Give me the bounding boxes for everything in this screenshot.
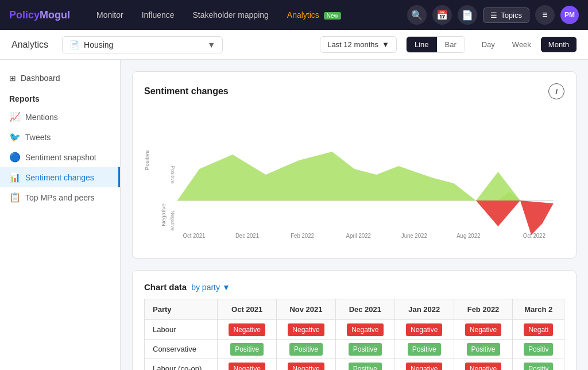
- nav-influence[interactable]: Influence: [134, 7, 183, 23]
- table-header-row: Party Oct 2021 Nov 2021 Dec 2021 Jan 202…: [145, 299, 564, 320]
- sentiment-badge: Negative: [465, 363, 501, 370]
- cell: Positive: [218, 340, 277, 359]
- time-month[interactable]: Month: [541, 37, 577, 52]
- info-icon[interactable]: i: [548, 83, 564, 99]
- chart-type-bar[interactable]: Bar: [437, 37, 465, 52]
- chart-data-header: Chart data by party ▼: [144, 282, 564, 292]
- chart-title: Sentiment changes: [144, 86, 229, 97]
- logo: PolicyMogul: [9, 9, 70, 21]
- topic-selector-icon: 📄: [69, 40, 79, 49]
- cell: Negative: [218, 320, 277, 340]
- nav-stakeholder[interactable]: Stakeholder mapping: [185, 7, 277, 23]
- table-body: Labour Negative Negative Negative Negati…: [145, 320, 564, 371]
- date-range-label: Last 12 months: [327, 40, 378, 49]
- sidebar-item-tweets[interactable]: 🐦 Tweets: [0, 127, 120, 147]
- time-week[interactable]: Week: [505, 37, 539, 52]
- sentiment-badge: Negative: [229, 363, 265, 370]
- sentiment-badge: Positive: [349, 343, 382, 356]
- x-label-feb2022: Feb 2022: [291, 233, 314, 239]
- changes-icon: 📊: [9, 172, 21, 183]
- y-axis-negative-label: Negative: [170, 210, 176, 231]
- sentiment-badge: Positive: [408, 343, 441, 356]
- analytics-badge: New: [324, 12, 341, 20]
- table-row: Labour Negative Negative Negative Negati…: [145, 320, 564, 340]
- x-label-oct2021: Oct 2021: [183, 233, 205, 239]
- by-party-arrow: ▼: [222, 283, 230, 292]
- menu-icon[interactable]: ≡: [535, 5, 555, 25]
- sidebar-item-mentions[interactable]: 📈 Mentions: [0, 107, 120, 127]
- by-party-label: by party: [191, 283, 220, 292]
- mentions-icon: 📈: [9, 111, 21, 122]
- cell: Negative: [335, 320, 394, 340]
- sentiment-badge: Negative: [406, 363, 442, 370]
- table-row: Conservative Positive Positive Positive …: [145, 340, 564, 359]
- chart-type-group: Line Bar: [406, 36, 465, 53]
- sentiment-badge: Negative: [347, 323, 383, 336]
- col-feb2022: Feb 2022: [454, 299, 513, 320]
- x-label-jun2022: June 2022: [401, 233, 427, 239]
- mentions-label: Mentions: [25, 113, 58, 122]
- topic-selector[interactable]: 📄 Housing ▼: [62, 36, 223, 53]
- table-head: Party Oct 2021 Nov 2021 Dec 2021 Jan 202…: [145, 299, 564, 320]
- topics-label: Topics: [501, 11, 522, 20]
- cell: Positiv: [513, 359, 564, 371]
- tweets-icon: 🐦: [9, 132, 21, 142]
- document-icon[interactable]: 📄: [458, 5, 477, 25]
- y-axis-positive-label: Positive: [170, 165, 176, 184]
- negative-area-1: [476, 201, 520, 226]
- sentiment-badge: Negative: [406, 323, 442, 336]
- time-day[interactable]: Day: [474, 37, 502, 52]
- calendar-icon[interactable]: 📅: [432, 5, 452, 25]
- cell: Negative: [454, 359, 513, 371]
- by-party-button[interactable]: by party ▼: [191, 283, 230, 292]
- sidebar-item-sentiment-snapshot[interactable]: 🔵 Sentiment snapshot: [0, 147, 120, 167]
- nav-analytics[interactable]: Analytics New: [279, 7, 349, 23]
- col-jan2022: Jan 2022: [394, 299, 454, 320]
- nav-links: Monitor Influence Stakeholder mapping An…: [88, 7, 403, 23]
- chart-card-header: Sentiment changes i: [144, 83, 564, 99]
- dashboard-label: Dashboard: [21, 74, 60, 83]
- grid-icon: ⊞: [9, 74, 16, 83]
- topic-selector-text: Housing: [84, 40, 203, 49]
- chart-type-line[interactable]: Line: [407, 37, 437, 52]
- sidebar-reports-title: Reports: [0, 87, 120, 107]
- sentiment-badge: Negative: [288, 323, 324, 336]
- table-row: Labour (co-op) Negative Negative Positiv…: [145, 359, 564, 371]
- cell: Negative: [277, 320, 336, 340]
- content-area: Sentiment changes i Positive Negative: [121, 60, 588, 370]
- topics-button[interactable]: ☰ Topics: [483, 7, 529, 23]
- sidebar-item-dashboard[interactable]: ⊞ Dashboard: [0, 69, 120, 87]
- sentiment-badge: Positiv: [524, 343, 553, 356]
- data-table: Party Oct 2021 Nov 2021 Dec 2021 Jan 202…: [144, 299, 564, 370]
- sub-header-title: Analytics: [11, 40, 48, 50]
- sentiment-badge: Negative: [229, 323, 265, 336]
- date-range-button[interactable]: Last 12 months ▼: [320, 36, 397, 53]
- sidebar-item-top-mps[interactable]: 📋 Top MPs and peers: [0, 187, 120, 207]
- col-dec2021: Dec 2021: [335, 299, 394, 320]
- cell: Positive: [335, 340, 394, 359]
- y-label-positive: Positive: [144, 150, 150, 171]
- mps-icon: 📋: [9, 192, 21, 203]
- cell: Positiv: [513, 340, 564, 359]
- snapshot-label: Sentiment snapshot: [25, 153, 96, 162]
- party-name: Conservative: [145, 340, 218, 359]
- y-label-negative: Negative: [160, 203, 167, 226]
- sentiment-badge: Negative: [288, 363, 324, 370]
- cell: Positive: [335, 359, 394, 371]
- changes-label: Sentiment changes: [25, 173, 94, 182]
- sentiment-badge: Positiv: [524, 363, 553, 370]
- search-icon[interactable]: 🔍: [407, 5, 427, 25]
- cell: Negative: [394, 320, 454, 340]
- nav-monitor[interactable]: Monitor: [88, 7, 131, 23]
- x-label-aug2022: Aug 2022: [457, 233, 480, 239]
- sub-header: Analytics 📄 Housing ▼ Last 12 months ▼ L…: [0, 30, 588, 60]
- positive-area: [177, 152, 520, 201]
- sentiment-badge: Negati: [524, 323, 553, 336]
- col-oct2021: Oct 2021: [218, 299, 277, 320]
- nav-icons: 🔍 📅 📄 ☰ Topics ≡ PM: [407, 5, 579, 25]
- sidebar-item-sentiment-changes[interactable]: 📊 Sentiment changes: [0, 167, 120, 187]
- sentiment-badge: Positive: [230, 343, 264, 356]
- sentiment-badge: Positive: [349, 363, 382, 370]
- date-range-arrow: ▼: [382, 40, 389, 49]
- avatar: PM: [560, 6, 579, 24]
